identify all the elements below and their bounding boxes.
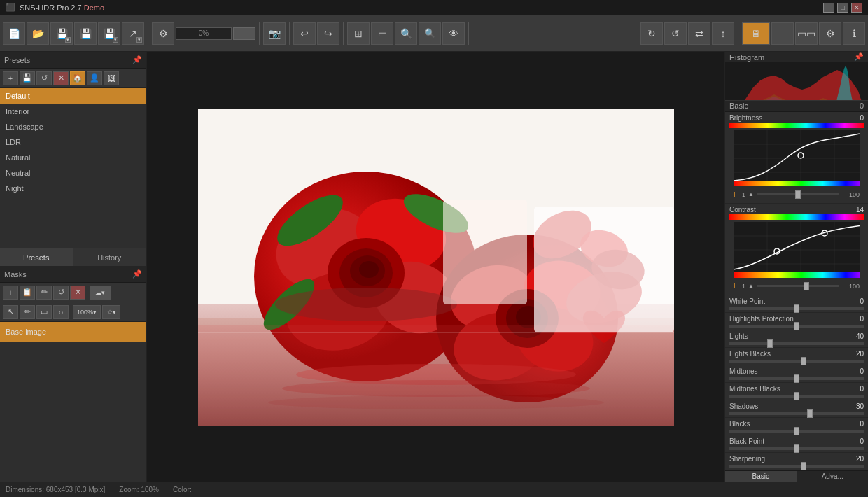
- fit-button[interactable]: ⊞: [347, 22, 370, 45]
- rect-select-tool[interactable]: ▭: [36, 305, 52, 319]
- mask-type-selector[interactable]: ☁▾: [90, 286, 111, 300]
- person-preset-button[interactable]: 👤: [87, 71, 102, 85]
- lights-slider[interactable]: [729, 342, 864, 345]
- black-point-thumb[interactable]: [794, 444, 799, 453]
- brightness-rainbow: [729, 122, 864, 128]
- midtones-blacks-slider[interactable]: [729, 395, 864, 398]
- copy-mask-button[interactable]: 📋: [20, 286, 35, 300]
- preset-item-default[interactable]: Default: [0, 88, 146, 104]
- camera-button[interactable]: 📷: [263, 22, 286, 45]
- shadows-slider[interactable]: [729, 412, 864, 415]
- preset-item-night[interactable]: Night: [0, 181, 146, 196]
- lights-blacks-thumb[interactable]: [801, 357, 806, 365]
- lights-blacks-label: Lights Blacks: [729, 350, 771, 358]
- white-point-slider[interactable]: [729, 307, 864, 310]
- highlights-protection-thumb[interactable]: [794, 322, 799, 330]
- masks-pin-icon[interactable]: 📌: [132, 270, 142, 279]
- flip-button[interactable]: ⇄: [688, 22, 710, 45]
- midtones-blacks-thumb[interactable]: [794, 392, 799, 400]
- minimize-button[interactable]: ─: [823, 3, 834, 13]
- share-button[interactable]: ↗ ▾: [122, 22, 144, 45]
- contrast-level-track[interactable]: [757, 285, 839, 287]
- actual-size-button[interactable]: ▭: [371, 22, 393, 45]
- rotate-left-button[interactable]: ↺: [664, 22, 687, 45]
- left-panel: Presets 📌 + 💾 ↺ ✕ 🏠 👤 🖼 Default Interior…: [0, 52, 147, 482]
- brightness-level-thumb[interactable]: [795, 190, 801, 199]
- ellipse-select-tool[interactable]: ○: [53, 305, 69, 319]
- redo-button[interactable]: ↪: [317, 22, 340, 45]
- tab-history[interactable]: History: [74, 248, 147, 267]
- delete-mask-button[interactable]: ✕: [70, 286, 85, 300]
- histogram-pin-icon[interactable]: 📌: [854, 52, 864, 62]
- refresh-mask-button[interactable]: ↺: [53, 286, 69, 300]
- tab-presets[interactable]: Presets: [0, 248, 74, 267]
- close-button[interactable]: ✕: [851, 3, 862, 13]
- brightness-curve[interactable]: [734, 130, 860, 186]
- highlights-protection-slider[interactable]: [729, 325, 864, 328]
- arrow-tool[interactable]: ↖: [3, 305, 18, 319]
- undo-button[interactable]: ↩: [293, 22, 316, 45]
- preset-item-natural[interactable]: Natural: [0, 150, 146, 165]
- white-point-thumb[interactable]: [794, 304, 799, 313]
- tab-basic[interactable]: Basic: [725, 471, 797, 482]
- black-point-slider[interactable]: [729, 447, 864, 450]
- new-button[interactable]: 📄: [3, 22, 25, 45]
- zoom-selector[interactable]: 100%▾: [73, 305, 101, 319]
- delete-preset-button[interactable]: ✕: [53, 71, 69, 85]
- settings-button[interactable]: ⚙: [152, 22, 174, 45]
- zoom-out-button[interactable]: 🔍: [419, 22, 441, 45]
- preset-item-interior[interactable]: Interior: [0, 104, 146, 119]
- histogram-header: Histogram 📌: [725, 52, 868, 63]
- open-button[interactable]: 📂: [27, 22, 49, 45]
- dimensions-text: Dimensions: 680x453 [0.3 Mpix]: [6, 486, 105, 493]
- progress-bar: 0%: [176, 27, 232, 40]
- preferences-button[interactable]: ⚙: [819, 22, 841, 45]
- export-button[interactable]: 💾: [74, 22, 97, 45]
- refresh-preset-button[interactable]: ↺: [36, 71, 52, 85]
- canvas-area[interactable]: [147, 52, 724, 482]
- add-mask-button[interactable]: +: [3, 286, 18, 300]
- shadows-thumb[interactable]: [807, 410, 813, 418]
- masks-toolbar: + 📋 ✏ ↺ ✕ ☁▾: [0, 283, 146, 302]
- midtones-thumb[interactable]: [794, 374, 799, 383]
- add-preset-button[interactable]: +: [3, 71, 18, 85]
- presets-list: Default Interior Landscape LDR Natural N…: [0, 88, 146, 248]
- star-selector[interactable]: ☆▾: [102, 305, 120, 319]
- lights-blacks-slider[interactable]: [729, 360, 864, 363]
- midtones-slider[interactable]: [729, 377, 864, 380]
- preset-item-ldr[interactable]: LDR: [0, 134, 146, 150]
- home-preset-button[interactable]: 🏠: [70, 71, 85, 85]
- contrast-curve[interactable]: [734, 222, 860, 278]
- sharpening-slider[interactable]: [729, 465, 864, 468]
- lights-thumb[interactable]: [767, 340, 773, 348]
- zoom-in-button[interactable]: 🔍: [395, 22, 417, 45]
- image-preset-button[interactable]: 🖼: [104, 71, 119, 85]
- export2-button[interactable]: 💾 ▾: [98, 22, 120, 45]
- paint-tool[interactable]: ✏: [20, 305, 35, 319]
- mirror-button[interactable]: ↕: [712, 22, 734, 45]
- white-point-value: 0: [860, 298, 864, 305]
- tab-advanced[interactable]: Adva...: [797, 471, 869, 482]
- preset-item-landscape[interactable]: Landscape: [0, 119, 146, 134]
- mask-base-image[interactable]: Base image: [0, 322, 146, 342]
- view-split-button[interactable]: [771, 22, 794, 45]
- save-preset-button[interactable]: 💾: [20, 71, 35, 85]
- eye-button[interactable]: 👁: [442, 22, 465, 45]
- presets-pin-icon[interactable]: 📌: [132, 55, 142, 64]
- save-button[interactable]: 💾 ▾: [50, 22, 73, 45]
- blacks-thumb[interactable]: [794, 427, 799, 435]
- view-single-button[interactable]: 🖥: [742, 22, 770, 45]
- preset-item-neutral[interactable]: Neutral: [0, 165, 146, 181]
- sharpening-thumb[interactable]: [801, 462, 806, 470]
- maximize-button[interactable]: □: [837, 3, 848, 13]
- contrast-level-thumb[interactable]: [804, 282, 809, 290]
- info-button[interactable]: ℹ: [843, 22, 865, 45]
- brightness-level-track[interactable]: [757, 193, 839, 195]
- view-dual-button[interactable]: ▭▭: [795, 22, 818, 45]
- blacks-slider[interactable]: [729, 430, 864, 433]
- progress-go-button[interactable]: [233, 27, 255, 40]
- rotate-right-button[interactable]: ↻: [640, 22, 663, 45]
- black-point-param: Black Point 0: [725, 435, 868, 453]
- highlights-protection-value: 0: [860, 315, 864, 323]
- edit-mask-button[interactable]: ✏: [36, 286, 52, 300]
